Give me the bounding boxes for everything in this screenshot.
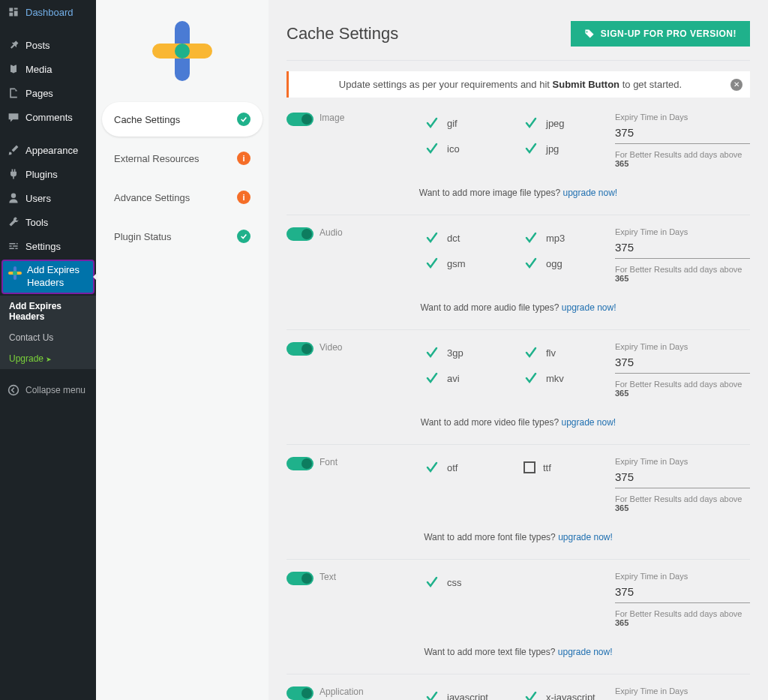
check-icon bbox=[424, 345, 440, 360]
filetype-gsm[interactable]: gsm bbox=[424, 256, 516, 271]
section-label: Image bbox=[320, 113, 424, 123]
filetype-flv[interactable]: flv bbox=[524, 345, 615, 360]
check-icon bbox=[424, 141, 440, 156]
section-image: Image gifjpegicojpg Expiry Time in Days … bbox=[286, 113, 750, 215]
nav-external-resources[interactable]: External Resources i bbox=[102, 141, 262, 176]
upgrade-prompt: Want to add more font file types? upgrad… bbox=[286, 532, 750, 542]
filetype-css[interactable]: css bbox=[424, 575, 516, 590]
check-icon bbox=[237, 230, 250, 243]
toggle-image[interactable] bbox=[286, 113, 314, 126]
filetype-label: 3gp bbox=[447, 347, 464, 359]
expiry-label: Expiry Time in Days bbox=[615, 686, 750, 695]
plugin-sidebar: Cache Settings External Resources i Adva… bbox=[96, 0, 268, 700]
toggle-video[interactable] bbox=[286, 342, 314, 356]
pages-icon bbox=[6, 86, 21, 101]
menu-label: Pages bbox=[26, 88, 53, 99]
expiry-input[interactable]: 375 bbox=[615, 241, 750, 259]
filetype-ogg[interactable]: ogg bbox=[524, 256, 615, 271]
menu-add-expires-headers[interactable]: Add Expires Headers bbox=[2, 260, 94, 294]
check-icon bbox=[524, 256, 538, 271]
menu-appearance[interactable]: Appearance bbox=[0, 138, 96, 162]
filetype-gif[interactable]: gif bbox=[424, 116, 516, 131]
media-icon bbox=[6, 62, 21, 77]
check-icon bbox=[424, 256, 440, 271]
filetype-javascript[interactable]: javascript bbox=[424, 689, 516, 700]
filetype-label: avi bbox=[447, 373, 460, 384]
collapse-label: Collapse menu bbox=[26, 385, 86, 395]
menu-pages[interactable]: Pages bbox=[0, 81, 96, 105]
menu-tools[interactable]: Tools bbox=[0, 210, 96, 234]
filetype-ico[interactable]: ico bbox=[424, 141, 516, 156]
nav-advance-settings[interactable]: Advance Settings i bbox=[102, 180, 262, 215]
section-label: Audio bbox=[320, 227, 424, 238]
expiry-hint: For Better Results add days above 365 bbox=[615, 494, 750, 512]
main-content: Cache Settings SIGN-UP FOR PRO VERSION! … bbox=[268, 0, 768, 700]
signup-pro-button[interactable]: SIGN-UP FOR PRO VERSION! bbox=[571, 21, 750, 47]
upgrade-link[interactable]: upgrade now! bbox=[558, 647, 613, 657]
filetype-label: css bbox=[447, 577, 462, 588]
nav-label: External Resources bbox=[114, 153, 199, 164]
nav-plugin-status[interactable]: Plugin Status bbox=[102, 219, 262, 254]
submenu-contact[interactable]: Contact Us bbox=[0, 327, 96, 348]
upgrade-link[interactable]: upgrade now! bbox=[561, 417, 616, 428]
filetype-x-javascript[interactable]: x-javascript bbox=[524, 689, 615, 700]
filetype-label: mp3 bbox=[546, 233, 565, 244]
collapse-icon bbox=[6, 383, 21, 398]
expiry-input[interactable]: 375 bbox=[615, 585, 750, 603]
filetype-label: mkv bbox=[546, 373, 564, 384]
warning-icon: i bbox=[237, 152, 250, 165]
collapse-menu[interactable]: Collapse menu bbox=[0, 377, 96, 404]
section-label: Text bbox=[320, 572, 424, 582]
filetype-label: dct bbox=[447, 233, 460, 244]
menu-media[interactable]: Media bbox=[0, 57, 96, 81]
menu-label: Plugins bbox=[26, 169, 58, 180]
filetype-otf[interactable]: otf bbox=[424, 460, 516, 475]
menu-dashboard[interactable]: Dashboard bbox=[0, 0, 96, 24]
wp-admin-sidebar: Dashboard Posts Media Pages Comments App… bbox=[0, 0, 96, 700]
menu-label: Comments bbox=[26, 112, 73, 123]
filetype-jpg[interactable]: jpg bbox=[524, 141, 615, 156]
section-label: Application bbox=[320, 686, 424, 697]
expiry-hint: For Better Results add days above 365 bbox=[615, 150, 750, 168]
menu-label: Posts bbox=[26, 40, 50, 51]
submenu-upgrade[interactable]: Upgrade bbox=[0, 348, 96, 369]
close-icon[interactable]: ✕ bbox=[730, 79, 742, 91]
expiry-label: Expiry Time in Days bbox=[615, 342, 750, 351]
toggle-audio[interactable] bbox=[286, 227, 314, 241]
filetype-3gp[interactable]: 3gp bbox=[424, 345, 516, 360]
svg-point-0 bbox=[9, 385, 19, 395]
upgrade-link[interactable]: upgrade now! bbox=[562, 188, 617, 198]
menu-comments[interactable]: Comments bbox=[0, 105, 96, 129]
filetype-dct[interactable]: dct bbox=[424, 230, 516, 245]
filetype-avi[interactable]: avi bbox=[424, 371, 516, 386]
filetype-label: ogg bbox=[546, 258, 562, 269]
expiry-input[interactable]: 375 bbox=[615, 126, 750, 144]
menu-settings[interactable]: Settings bbox=[0, 234, 96, 258]
check-icon bbox=[424, 116, 440, 131]
filetype-mkv[interactable]: mkv bbox=[524, 371, 615, 386]
notice-banner: Update settings as per your requirements… bbox=[286, 71, 750, 98]
menu-plugins[interactable]: Plugins bbox=[0, 162, 96, 186]
filetype-jpeg[interactable]: jpeg bbox=[524, 116, 615, 131]
upgrade-prompt: Want to add more video file types? upgra… bbox=[286, 417, 750, 428]
nav-cache-settings[interactable]: Cache Settings bbox=[102, 102, 262, 137]
filetype-mp3[interactable]: mp3 bbox=[524, 230, 615, 245]
upgrade-link[interactable]: upgrade now! bbox=[558, 532, 613, 542]
submenu-main[interactable]: Add Expires Headers bbox=[0, 296, 96, 327]
filetype-label: x-javascript bbox=[546, 692, 596, 701]
upgrade-link[interactable]: upgrade now! bbox=[562, 302, 616, 313]
expiry-input[interactable]: 375 bbox=[615, 470, 750, 488]
filetype-ttf[interactable]: ttf bbox=[524, 460, 615, 475]
toggle-application[interactable] bbox=[286, 686, 314, 700]
pin-icon bbox=[6, 38, 21, 53]
filetype-label: otf bbox=[447, 462, 458, 473]
upgrade-prompt: Want to add more audio file types? upgra… bbox=[286, 302, 750, 313]
submenu: Add Expires Headers Contact Us Upgrade bbox=[0, 296, 96, 369]
expiry-input[interactable]: 375 bbox=[615, 356, 750, 374]
warning-icon: i bbox=[237, 191, 250, 204]
menu-posts[interactable]: Posts bbox=[0, 33, 96, 57]
toggle-text[interactable] bbox=[286, 572, 314, 585]
menu-label: Settings bbox=[26, 241, 61, 252]
menu-users[interactable]: Users bbox=[0, 186, 96, 210]
toggle-font[interactable] bbox=[286, 457, 314, 470]
